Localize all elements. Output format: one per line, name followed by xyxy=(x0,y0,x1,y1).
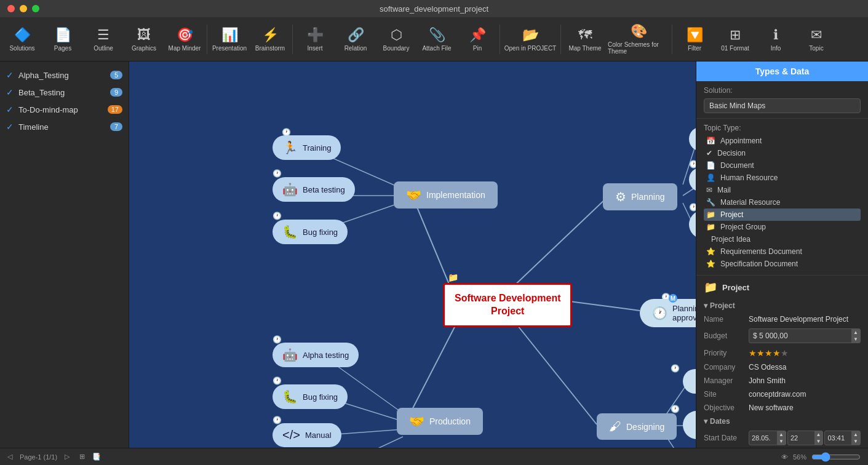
project-folder-icon: 📁 xyxy=(704,280,717,294)
node-production[interactable]: 🤝 Production xyxy=(397,408,483,435)
type-projectgroup[interactable]: 📁 Project Group xyxy=(704,221,861,233)
betatesting-label: Beta testing xyxy=(303,185,345,194)
node-implementation[interactable]: 🤝 Implementation xyxy=(394,181,498,209)
node-specification[interactable]: 📋 Specification xyxy=(689,127,696,151)
tool-graphics[interactable]: 🖼 Graphics xyxy=(124,19,164,60)
node-beta-testing[interactable]: 🤖 Beta testing xyxy=(273,177,355,202)
zoom-slider[interactable] xyxy=(811,452,861,462)
tool-pin[interactable]: 📌 Pin xyxy=(458,19,497,60)
type-mail[interactable]: ✉ Mail xyxy=(704,184,861,196)
type-requirements[interactable]: ⭐ Requirements Document xyxy=(704,245,861,258)
node-bug-fixing-top[interactable]: 🐛 Bug fixing xyxy=(273,220,348,244)
tool-filter[interactable]: 🔽 Filter xyxy=(675,19,714,60)
brainstorm-icon: ⚡ xyxy=(262,27,279,43)
type-document[interactable]: 📄 Document xyxy=(704,159,861,172)
node-alpha-testing[interactable]: 🤖 Alpha testing xyxy=(273,343,359,367)
graphics-icon: 🖼 xyxy=(137,27,151,43)
solution-select[interactable]: Basic Mind Maps xyxy=(704,98,861,113)
type-decision[interactable]: ✔ Decision xyxy=(704,147,861,159)
tool-presentation[interactable]: 📊 Presentation xyxy=(210,19,249,60)
prop-row-site: Site conceptdraw.com xyxy=(696,388,868,401)
node-designing[interactable]: 🖌 Designing xyxy=(597,413,677,440)
mind-map-canvas[interactable]: 🕐 🕐 🕐 🕐 🕐 🕐 🕐 🕐 🕐 🕐 🕐 🕐 🕐 🏃 Training 🤖 B… xyxy=(129,62,696,448)
tool-colorschemes[interactable]: 🎨 Color Schemes for Theme xyxy=(608,19,669,60)
node-center[interactable]: 📁 Software Development Project xyxy=(443,283,572,327)
start-time-spin: ▲ ▼ xyxy=(851,431,860,445)
type-projectidea[interactable]: Project Idea xyxy=(704,233,861,245)
attachfile-label: Attach File xyxy=(422,45,451,52)
type-humanresource[interactable]: 👤 Human Resource xyxy=(704,172,861,184)
topic-icon: ✉ xyxy=(811,27,822,43)
type-specification[interactable]: ⭐ Specification Document xyxy=(704,258,861,270)
node-planning-approval[interactable]: 🕐 Planning approval xyxy=(640,299,696,327)
toolbar-sep-4 xyxy=(560,25,561,54)
dates-section-toggle[interactable]: Dates xyxy=(696,415,868,428)
prop-budget-input[interactable]: ▲ ▼ xyxy=(749,328,861,343)
node-pert-diagram[interactable]: 📈 PERT diagram xyxy=(689,210,696,239)
humanresource-icon: 👤 xyxy=(706,173,715,182)
budget-spin-up[interactable]: ▲ xyxy=(851,329,860,336)
insert-label: Insert xyxy=(307,45,322,52)
start-date-day-up[interactable]: ▲ xyxy=(777,431,786,438)
alphatesting-label: Alpha testing xyxy=(303,351,349,360)
tool-brainstorm[interactable]: ⚡ Brainstorm xyxy=(250,19,290,60)
start-date-day-down[interactable]: ▼ xyxy=(777,438,786,445)
tool-relation[interactable]: 🔗 Relation xyxy=(336,19,375,60)
requirements-label: Requirements Document xyxy=(720,247,802,256)
budget-spin-buttons: ▲ ▼ xyxy=(851,329,860,343)
start-date-day-field[interactable]: 28.05. xyxy=(749,433,777,443)
tool-topic[interactable]: ✉ Topic xyxy=(797,19,836,60)
tool-insert[interactable]: ➕ Insert xyxy=(295,19,335,60)
budget-spin-down[interactable]: ▼ xyxy=(851,336,860,343)
start-date-day-input[interactable]: 28.05. ▲ ▼ xyxy=(749,431,786,445)
prop-objective-label: Objective xyxy=(704,403,744,412)
sidebar-item-timeline[interactable]: ✓ Timeline 7 xyxy=(0,118,129,135)
minimize-button[interactable] xyxy=(20,5,27,12)
sidebar-item-alpha[interactable]: ✓ Alpha_Testing 5 xyxy=(0,66,129,84)
type-project[interactable]: 📁 Project xyxy=(704,209,861,221)
start-date-year-input[interactable]: 22 ▲ ▼ xyxy=(787,431,824,445)
projectidea-label: Project Idea xyxy=(711,235,751,244)
page-nav-next[interactable]: ▷ xyxy=(65,453,70,461)
start-date-year-field[interactable]: 22 xyxy=(788,433,814,443)
sidebar-item-todo[interactable]: ✓ To-Do-mind-map 17 xyxy=(0,101,129,118)
node-features[interactable]: 🔧 Features xyxy=(683,369,696,394)
node-bug-fixing-bottom[interactable]: 🐛 Bug fixing xyxy=(273,384,348,409)
tool-boundary[interactable]: ⬡ Boundary xyxy=(376,19,416,60)
node-manual[interactable]: </> Manual xyxy=(273,423,341,447)
features-icon: 🔧 xyxy=(695,374,696,389)
tool-attachfile[interactable]: 📎 Attach File xyxy=(417,19,456,60)
start-date-time-input[interactable]: 03:41 ▲ ▼ xyxy=(824,431,861,445)
prop-row-name: Name Software Development Project xyxy=(696,312,868,326)
tool-openinproject[interactable]: 📂 Open in PROJECT xyxy=(503,19,558,60)
start-year-down[interactable]: ▼ xyxy=(814,438,823,445)
node-planning[interactable]: ⚙ Planning xyxy=(603,183,677,210)
sidebar-item-beta[interactable]: ✓ Beta_Testing 9 xyxy=(0,84,129,101)
toolbar-sep-3 xyxy=(500,25,500,54)
type-appointment[interactable]: 📅 Appointment xyxy=(704,135,861,147)
start-time-up[interactable]: ▲ xyxy=(851,431,860,438)
budget-input-field[interactable] xyxy=(749,330,851,341)
tool-maptheme[interactable]: 🗺 Map Theme xyxy=(563,19,607,60)
start-year-up[interactable]: ▲ xyxy=(814,431,823,438)
tool-mapminder[interactable]: 🎯 Map Minder xyxy=(165,19,204,60)
node-database-arch[interactable]: 🗄 Database architecture xyxy=(683,411,696,439)
tool-outline[interactable]: ☰ Outline xyxy=(84,19,123,60)
start-time-down[interactable]: ▼ xyxy=(851,438,860,445)
prop-row-company: Company CS Odessa xyxy=(696,360,868,374)
page-nav-prev[interactable]: ◁ xyxy=(7,453,12,461)
tool-pages[interactable]: 📄 Pages xyxy=(43,19,82,60)
toolbar: 🔷 Solutions 📄 Pages ☰ Outline 🖼 Graphics… xyxy=(0,17,868,62)
node-training[interactable]: 🏃 Training xyxy=(273,135,341,160)
start-date-time-field[interactable]: 03:41 xyxy=(825,433,851,443)
start-date-day-spin: ▲ ▼ xyxy=(777,431,786,445)
type-materialresource[interactable]: 🔧 Material Resource xyxy=(704,196,861,209)
node-decomposition[interactable]: 📊 Decomposition xyxy=(689,167,696,192)
tool-format[interactable]: ⊞ 01 Format xyxy=(715,19,755,60)
tool-solutions[interactable]: 🔷 Solutions xyxy=(2,19,42,60)
project-section-toggle[interactable]: Project xyxy=(696,299,868,312)
close-button[interactable] xyxy=(7,5,15,12)
prop-startdate-label: Start Date xyxy=(704,434,744,442)
tool-info[interactable]: ℹ Info xyxy=(756,19,795,60)
maximize-button[interactable] xyxy=(32,5,39,12)
